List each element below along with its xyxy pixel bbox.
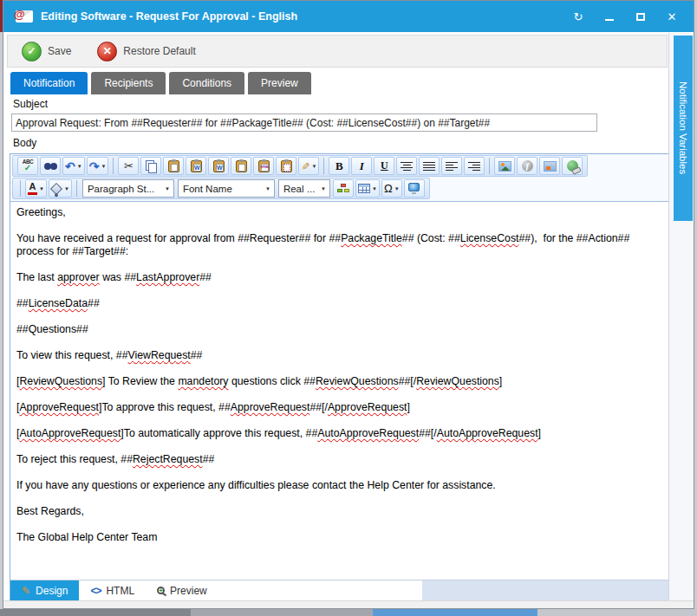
misspelled-word: ReviewQuestions	[416, 375, 499, 387]
editor-line: Best Regards,	[16, 505, 663, 518]
editor-line: ##Questions##	[16, 323, 663, 336]
rich-text-editor: ABC✓ ↶▼ ↷▼ ✂ W W HTML ✎▼ B I	[10, 153, 670, 601]
misspelled-word: LicenseCost	[460, 232, 519, 244]
screen-mode-button[interactable]	[404, 179, 425, 198]
misspelled-word: ReviewQuestions	[19, 375, 102, 387]
paragraph-style-select[interactable]: Paragraph St...▼	[82, 179, 174, 198]
misspelled-word: RejectRequest	[133, 453, 203, 465]
font-color-button[interactable]: A▼	[25, 179, 47, 198]
font-size-select[interactable]: Real ...▼	[278, 179, 330, 198]
restore-default-button[interactable]: ✕ Restore Default	[92, 38, 200, 64]
app-window: @ Editing Software - Request For Approva…	[3, 0, 694, 609]
hyperlink-manager-button[interactable]	[562, 157, 583, 175]
align-left-button[interactable]	[441, 157, 462, 175]
paragraph-style-value: Paragraph St...	[88, 184, 154, 194]
italic-button[interactable]: I	[351, 157, 372, 175]
editor-line	[16, 310, 663, 323]
misspelled-word: approver	[57, 271, 100, 283]
right-side-panel: Notification Variables	[668, 33, 694, 602]
command-bar: ✓ Save ✕ Restore Default	[7, 35, 668, 68]
save-button[interactable]: ✓ Save	[16, 38, 76, 64]
flash-manager-button[interactable]: f	[517, 157, 537, 175]
editor-line	[16, 414, 663, 427]
spellcheck-button[interactable]: ABC✓	[17, 157, 38, 175]
image-icon	[498, 161, 511, 172]
editor-line	[16, 518, 663, 531]
paste-plain-text-button[interactable]	[231, 157, 251, 175]
undo-button[interactable]: ↶▼	[62, 157, 85, 175]
special-characters-button[interactable]: Ω▼	[381, 179, 402, 198]
notification-variables-tab[interactable]: Notification Variables	[674, 36, 693, 221]
font-name-select[interactable]: Font Name▼	[178, 179, 275, 198]
format-stripper-button[interactable]: ✎▼	[298, 157, 319, 175]
omega-caret-icon: ▼	[394, 186, 400, 191]
insert-table-button[interactable]: ▼	[355, 179, 380, 198]
minimize-button[interactable]	[603, 11, 616, 23]
find-replace-button[interactable]	[40, 157, 61, 175]
css-class-button[interactable]	[333, 179, 354, 198]
editor-toolbar-row1: ABC✓ ↶▼ ↷▼ ✂ W W HTML ✎▼ B I	[12, 155, 588, 177]
image-manager-button[interactable]	[494, 157, 515, 175]
background-color-button[interactable]: ▼	[49, 179, 72, 198]
align-right-button[interactable]	[464, 157, 485, 175]
tab-design[interactable]: ✎ Design	[10, 580, 79, 600]
copy-button[interactable]	[140, 157, 161, 175]
refresh-button[interactable]: ↻	[572, 11, 584, 23]
font-color-icon: A	[28, 182, 37, 195]
misspelled-word: mandetory	[178, 375, 228, 387]
editor-line: [AutoApproveRequest]To automatically app…	[16, 427, 663, 440]
tab-preview[interactable]: Preview	[248, 72, 311, 94]
pencil-icon: ✎	[22, 585, 30, 597]
editor-line: The last approver was ##LastApprover##	[16, 271, 663, 284]
paste-word-strip-icon: W	[213, 160, 225, 172]
body-label: Body	[13, 137, 36, 149]
omega-icon: Ω	[384, 183, 393, 194]
tab-conditions[interactable]: Conditions	[169, 72, 244, 94]
tab-html[interactable]: <> HTML	[79, 580, 146, 600]
save-label: Save	[48, 45, 71, 57]
editor-line: [ApproveRequest]To approve this request,…	[16, 401, 663, 414]
subject-label: Subject	[13, 98, 48, 110]
paste-from-word-button[interactable]: W	[186, 157, 206, 175]
tab-notification[interactable]: Notification	[10, 72, 88, 94]
screen-icon	[408, 183, 420, 191]
toolbar-separator	[20, 180, 21, 197]
paste-button[interactable]	[163, 157, 184, 175]
underline-icon: U	[381, 159, 388, 172]
toolbar-separator	[323, 158, 324, 174]
html-tag-icon: <>	[90, 585, 101, 597]
brush-caret-icon: ▼	[311, 164, 316, 169]
subject-input[interactable]	[11, 113, 597, 132]
tab-editor-preview[interactable]: + Preview	[146, 580, 218, 600]
tab-recipients[interactable]: Recipients	[91, 72, 166, 94]
editor-line	[16, 219, 663, 232]
maximize-button[interactable]	[635, 11, 647, 23]
paste-from-word-strip-button[interactable]: W	[208, 157, 229, 175]
copy-icon	[146, 160, 156, 172]
paste-special-button[interactable]	[276, 157, 296, 175]
bold-button[interactable]: B	[329, 157, 349, 175]
editor-line	[16, 492, 663, 505]
align-left-icon	[446, 162, 458, 171]
misspelled-word: ReviewQuestions	[316, 375, 399, 387]
close-button[interactable]: ✕	[666, 11, 678, 23]
redo-button[interactable]: ↷▼	[87, 157, 109, 175]
justify-button[interactable]	[419, 157, 440, 175]
cut-button[interactable]: ✂	[118, 157, 139, 175]
flash-icon: f	[522, 160, 533, 172]
dropdown-caret-icon: ▼	[321, 186, 326, 191]
save-check-icon: ✓	[22, 42, 42, 62]
media-manager-button[interactable]	[539, 157, 560, 175]
misspelled-word: AutoApproveRequest	[19, 427, 121, 439]
paste-as-html-button[interactable]: HTML	[253, 157, 274, 175]
spellcheck-icon: ABC✓	[23, 159, 34, 172]
editor-content[interactable]: Greetings, You have received a request f…	[10, 202, 669, 580]
window-title: Editing Software - Request For Approval …	[41, 10, 572, 23]
underline-button[interactable]: U	[374, 157, 394, 175]
screen: @ Editing Software - Request For Approva…	[0, 0, 697, 616]
paste-special-icon	[281, 160, 292, 172]
titlebar: @ Editing Software - Request For Approva…	[3, 1, 694, 32]
align-center-button[interactable]	[396, 157, 417, 175]
scissors-icon: ✂	[124, 160, 134, 172]
justify-icon	[423, 162, 435, 171]
